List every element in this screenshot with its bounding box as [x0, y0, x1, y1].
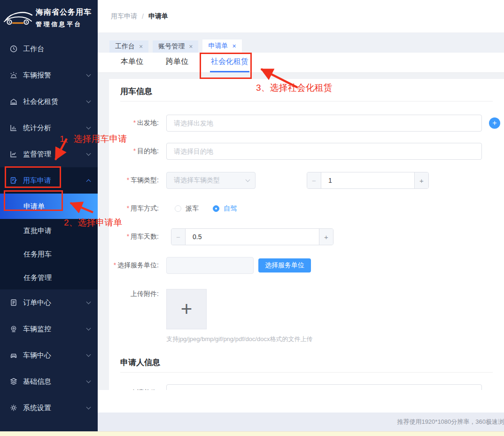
sidebar-item-supervision[interactable]: 监督管理 — [0, 141, 98, 167]
form-card: 用车信息 *出发地: + *目的地: — [109, 79, 504, 390]
form-row-applicant-unit-clipped: *申请单位: — [109, 384, 504, 390]
main-area: 用车申请 / 申请单 工作台 × 账号管理 × 申请单 × 本单位 跨单位 社会… — [98, 0, 504, 436]
form-row-days: *用车天数: − 0.5 + — [109, 228, 504, 245]
form-type-tabs: 本单位 跨单位 社会化租赁 — [98, 53, 504, 73]
gear-icon — [9, 404, 18, 412]
form-row-service-unit: *选择服务单位: 选择服务单位 — [109, 257, 504, 274]
required-marker: * — [114, 261, 116, 269]
sidebar-item-label: 统计分析 — [23, 124, 87, 132]
app-title-line2: 管理信息平台 — [36, 20, 92, 29]
sidebar-item-label: 监督管理 — [23, 150, 87, 159]
tab-label: 工作台 — [115, 42, 135, 51]
stepper-increase-button[interactable]: + — [319, 229, 333, 245]
tab-label: 账号管理 — [158, 42, 185, 51]
radio-label: 派车 — [186, 204, 199, 213]
stepper-increase-button[interactable]: + — [414, 172, 428, 188]
chevron-down-icon — [86, 98, 91, 103]
sidebar-item-basic-info[interactable]: 基础信息 — [0, 368, 98, 395]
vehicle-type-select[interactable]: 请选择车辆类型 — [166, 172, 256, 189]
sidebar-subitem-label: 直批申请 — [23, 226, 52, 235]
sidebar-subitem-label: 任务用车 — [23, 250, 52, 259]
bar-chart-icon — [9, 124, 18, 132]
choose-service-unit-button[interactable]: 选择服务单位 — [258, 258, 311, 272]
chevron-down-icon — [86, 125, 91, 129]
car-logo-icon — [3, 8, 34, 28]
alarm-icon — [9, 71, 18, 79]
vehicle-count-value[interactable]: 1 — [321, 172, 414, 188]
field-label: *目的地: — [109, 147, 159, 156]
sidebar-item-vehicle-monitor[interactable]: 车辆监控 — [0, 316, 98, 342]
page-header: 用车申请 / 申请单 — [98, 0, 504, 33]
bottom-white-band — [98, 390, 504, 413]
radio-circle-icon — [175, 205, 181, 212]
required-marker: * — [133, 119, 136, 126]
select-placeholder: 请选择车辆类型 — [174, 176, 246, 185]
sidebar-item-label: 用车申请 — [23, 176, 87, 185]
sidebar-item-stats-analysis[interactable]: 统计分析 — [0, 115, 98, 141]
tab-application-form[interactable]: 申请单 × — [202, 39, 241, 53]
field-label: 上传附件: — [109, 290, 159, 298]
upload-attachment-button[interactable]: + — [166, 289, 207, 329]
chevron-up-icon — [86, 179, 91, 184]
chevron-down-icon — [86, 405, 91, 409]
section-title-vehicle-info: 用车信息 — [109, 79, 504, 97]
page-footer: 推荐使用1920*1080分辨率，360极速浏 — [98, 413, 504, 431]
sidebar-item-social-leasing[interactable]: 社会化租赁 — [0, 88, 98, 115]
close-icon[interactable]: × — [189, 43, 193, 50]
close-icon[interactable]: × — [139, 43, 143, 50]
breadcrumb-parent[interactable]: 用车申请 — [111, 12, 137, 21]
form-row-vehicle-type: *车辆类型: 请选择车辆类型 − 1 + — [109, 172, 504, 189]
breadcrumb-current: 申请单 — [148, 12, 168, 21]
stepper-decrease-button[interactable]: − — [171, 229, 186, 245]
subtab-cross-unit[interactable]: 跨单位 — [165, 53, 189, 72]
field-label: *用车天数: — [109, 233, 159, 241]
tab-workbench[interactable]: 工作台 × — [109, 40, 148, 53]
chevron-down-icon — [246, 178, 250, 182]
content-area: 用车信息 *出发地: + *目的地: — [98, 73, 504, 390]
sidebar-item-system-settings[interactable]: 系统设置 — [0, 395, 98, 421]
chevron-down-icon — [86, 72, 91, 77]
chevron-down-icon — [86, 326, 91, 330]
sidebar-item-label: 车辆中心 — [23, 351, 87, 360]
sidebar-item-vehicle-alarm[interactable]: 车辆报警 — [0, 62, 98, 88]
subtab-social-leasing[interactable]: 社会化租赁 — [210, 53, 249, 72]
service-unit-input[interactable] — [166, 257, 254, 274]
app-logo: 海南省公务用车 管理信息平台 — [0, 0, 98, 36]
radio-dispatch[interactable]: 派车 — [175, 204, 199, 213]
tab-account-management[interactable]: 账号管理 × — [153, 40, 198, 53]
sidebar-item-vehicle-center[interactable]: 车辆中心 — [0, 342, 98, 368]
departure-input[interactable] — [166, 115, 482, 132]
sidebar-subitem-application-form[interactable]: 申请单 — [0, 194, 98, 219]
sidebar-subitem-direct-approval[interactable]: 直批申请 — [0, 219, 98, 242]
dashboard-icon — [9, 45, 18, 53]
app-window: 海南省公务用车 管理信息平台 工作台 车辆报警 社会化租赁 统计分析 — [0, 0, 504, 436]
days-value[interactable]: 0.5 — [186, 229, 319, 245]
applicant-unit-input[interactable] — [166, 384, 482, 390]
sidebar-item-vehicle-request[interactable]: 用车申请 — [0, 167, 98, 194]
close-icon[interactable]: × — [232, 43, 236, 49]
form-row-departure: *出发地: + — [109, 115, 504, 132]
sidebar-subitem-task-management[interactable]: 任务管理 — [0, 266, 98, 289]
sidebar-item-label: 工作台 — [23, 45, 90, 54]
required-marker: * — [127, 176, 129, 184]
car-icon — [9, 351, 18, 359]
footer-resolution-hint: 推荐使用1920*1080分辨率，360极速浏 — [397, 418, 504, 426]
sidebar-item-label: 车辆监控 — [23, 325, 87, 334]
destination-input[interactable] — [166, 143, 482, 160]
sidebar-subitem-task-vehicle[interactable]: 任务用车 — [0, 242, 98, 266]
stepper-decrease-button[interactable]: − — [307, 172, 321, 188]
required-marker: * — [133, 147, 136, 155]
add-departure-button[interactable]: + — [489, 117, 500, 129]
radio-self-drive[interactable]: 自驾 — [213, 204, 237, 213]
subtab-own-unit[interactable]: 本单位 — [120, 53, 144, 72]
chevron-down-icon — [86, 378, 91, 383]
open-tabs-bar: 工作台 × 账号管理 × 申请单 × — [98, 33, 504, 53]
sidebar-item-label: 基础信息 — [23, 377, 87, 386]
sidebar-item-order-center[interactable]: 订单中心 — [0, 289, 98, 316]
vehicle-count-stepper: − 1 + — [307, 172, 429, 189]
radio-label: 自驾 — [224, 204, 237, 213]
divider — [120, 101, 493, 101]
sidebar-menu: 工作台 车辆报警 社会化租赁 统计分析 监督管理 — [0, 36, 98, 421]
sidebar-item-workbench[interactable]: 工作台 — [0, 36, 98, 62]
field-label: *出发地: — [109, 119, 159, 127]
